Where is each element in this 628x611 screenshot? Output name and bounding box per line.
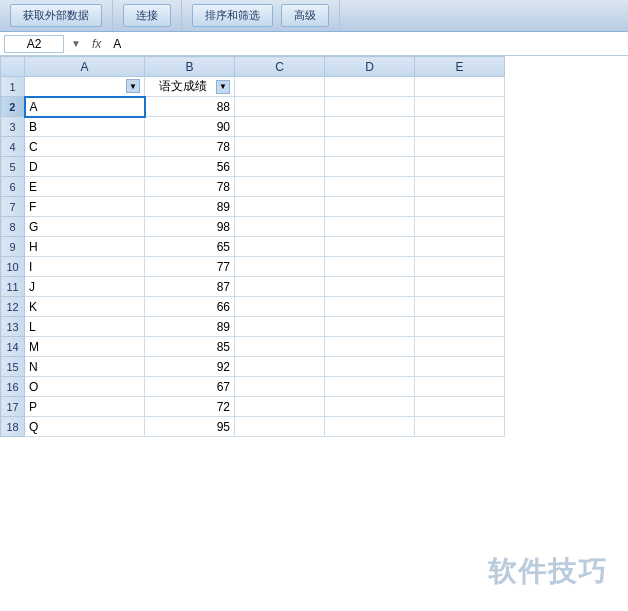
cell-3-d[interactable] [325,117,415,137]
cell-12-e[interactable] [415,297,505,317]
cell-6-d[interactable] [325,177,415,197]
cell-11-d[interactable] [325,277,415,297]
cell-15-b[interactable]: 92 [145,357,235,377]
cell-14-e[interactable] [415,337,505,357]
cell-18-a[interactable]: Q [25,417,145,437]
cell-12-a[interactable]: K [25,297,145,317]
cell-1-c[interactable] [235,77,325,97]
cell-17-c[interactable] [235,397,325,417]
cell-2-d[interactable] [325,97,415,117]
cell-4-b[interactable]: 78 [145,137,235,157]
cell-2-a[interactable]: A [25,97,145,117]
cell-13-b[interactable]: 89 [145,317,235,337]
filter-dropdown-a[interactable]: ▼ [126,79,140,93]
cell-4-a[interactable]: C [25,137,145,157]
cell-2-e[interactable] [415,97,505,117]
cell-15-d[interactable] [325,357,415,377]
cell-13-c[interactable] [235,317,325,337]
cell-3-c[interactable] [235,117,325,137]
cell-8-e[interactable] [415,217,505,237]
cell-9-c[interactable] [235,237,325,257]
advanced-button[interactable]: 高级 [281,4,329,27]
cell-8-a[interactable]: G [25,217,145,237]
cell-13-d[interactable] [325,317,415,337]
cell-1-b[interactable]: 语文成绩▼ [145,77,235,97]
cell-17-e[interactable] [415,397,505,417]
cell-11-a[interactable]: J [25,277,145,297]
col-c-header[interactable]: C [235,57,325,77]
cell-16-d[interactable] [325,377,415,397]
cell-18-c[interactable] [235,417,325,437]
cell-5-d[interactable] [325,157,415,177]
cell-2-c[interactable] [235,97,325,117]
cell-17-b[interactable]: 72 [145,397,235,417]
cell-3-e[interactable] [415,117,505,137]
cell-16-a[interactable]: O [25,377,145,397]
cell-8-b[interactable]: 98 [145,217,235,237]
get-external-data-button[interactable]: 获取外部数据 [10,4,102,27]
cell-18-e[interactable] [415,417,505,437]
col-b-header[interactable]: B [145,57,235,77]
cell-16-b[interactable]: 67 [145,377,235,397]
cell-9-a[interactable]: H [25,237,145,257]
cell-17-d[interactable] [325,397,415,417]
col-e-header[interactable]: E [415,57,505,77]
cell-14-c[interactable] [235,337,325,357]
cell-16-e[interactable] [415,377,505,397]
col-a-header[interactable]: A [25,57,145,77]
cell-1-d[interactable] [325,77,415,97]
cell-15-a[interactable]: N [25,357,145,377]
cell-17-a[interactable]: P [25,397,145,417]
cell-7-c[interactable] [235,197,325,217]
col-d-header[interactable]: D [325,57,415,77]
cell-4-e[interactable] [415,137,505,157]
cell-10-e[interactable] [415,257,505,277]
cell-11-e[interactable] [415,277,505,297]
cell-13-a[interactable]: L [25,317,145,337]
cell-6-c[interactable] [235,177,325,197]
cell-18-d[interactable] [325,417,415,437]
grid-scroll[interactable]: A B C D E 1▼语文成绩▼2A883B904C785D566E787F8… [0,56,628,611]
cell-9-e[interactable] [415,237,505,257]
cell-6-a[interactable]: E [25,177,145,197]
cell-12-b[interactable]: 66 [145,297,235,317]
cell-12-d[interactable] [325,297,415,317]
filter-dropdown-b[interactable]: ▼ [216,80,230,94]
cell-5-e[interactable] [415,157,505,177]
cell-11-b[interactable]: 87 [145,277,235,297]
cell-8-d[interactable] [325,217,415,237]
cell-10-c[interactable] [235,257,325,277]
cell-7-d[interactable] [325,197,415,217]
cell-5-b[interactable]: 56 [145,157,235,177]
cell-2-b[interactable]: 88 [145,97,235,117]
cell-10-d[interactable] [325,257,415,277]
cell-16-c[interactable] [235,377,325,397]
cell-10-b[interactable]: 77 [145,257,235,277]
formula-expand-icon[interactable]: ▼ [68,38,84,49]
connect-button[interactable]: 连接 [123,4,171,27]
cell-18-b[interactable]: 95 [145,417,235,437]
cell-9-d[interactable] [325,237,415,257]
cell-4-d[interactable] [325,137,415,157]
cell-3-a[interactable]: B [25,117,145,137]
cell-5-c[interactable] [235,157,325,177]
cell-7-a[interactable]: F [25,197,145,217]
cell-14-b[interactable]: 85 [145,337,235,357]
cell-14-d[interactable] [325,337,415,357]
cell-14-a[interactable]: M [25,337,145,357]
cell-15-e[interactable] [415,357,505,377]
cell-8-c[interactable] [235,217,325,237]
cell-11-c[interactable] [235,277,325,297]
cell-13-e[interactable] [415,317,505,337]
cell-9-b[interactable]: 65 [145,237,235,257]
cell-5-a[interactable]: D [25,157,145,177]
formula-input[interactable] [109,36,624,52]
cell-10-a[interactable]: I [25,257,145,277]
cell-1-e[interactable] [415,77,505,97]
cell-7-e[interactable] [415,197,505,217]
cell-3-b[interactable]: 90 [145,117,235,137]
cell-12-c[interactable] [235,297,325,317]
cell-1-a[interactable]: ▼ [25,77,145,97]
cell-15-c[interactable] [235,357,325,377]
cell-4-c[interactable] [235,137,325,157]
